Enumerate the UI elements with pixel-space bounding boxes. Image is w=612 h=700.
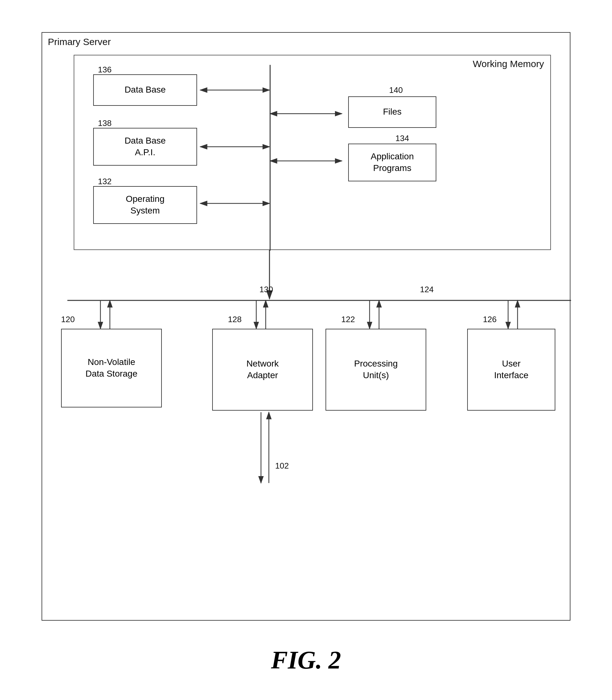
network-adapter-box: Network Adapter bbox=[212, 329, 313, 411]
files-label: Files bbox=[383, 106, 401, 118]
working-memory-label: Working Memory bbox=[473, 58, 544, 69]
db-api-label: Data Base A.P.I. bbox=[125, 135, 166, 158]
network-adapter-label: Network Adapter bbox=[247, 358, 279, 381]
ref-140: 140 bbox=[389, 85, 403, 95]
ref-138: 138 bbox=[98, 119, 111, 128]
db-api-box: Data Base A.P.I. bbox=[93, 128, 197, 166]
database-label: Data Base bbox=[125, 84, 166, 95]
ref-136: 136 bbox=[98, 65, 111, 74]
primary-server-label: Primary Server bbox=[48, 37, 111, 47]
operating-system-box: Operating System bbox=[93, 186, 197, 224]
ref-122: 122 bbox=[341, 315, 355, 324]
ref-124: 124 bbox=[420, 285, 433, 294]
user-interface-label: User Interface bbox=[494, 358, 529, 381]
ref-132: 132 bbox=[98, 177, 111, 187]
ref-130: 130 bbox=[260, 285, 273, 294]
ref-134: 134 bbox=[395, 134, 409, 143]
ref-126: 126 bbox=[483, 315, 497, 324]
page-container: Primary Server Working Memory bbox=[23, 19, 589, 681]
non-volatile-label: Non-Volatile Data Storage bbox=[86, 356, 138, 380]
user-interface-box: User Interface bbox=[467, 329, 555, 411]
database-box: Data Base bbox=[93, 74, 197, 106]
non-volatile-box: Non-Volatile Data Storage bbox=[61, 329, 162, 408]
ref-128: 128 bbox=[228, 315, 241, 324]
processing-unit-label: Processing Unit(s) bbox=[354, 358, 398, 381]
primary-server-box: Primary Server Working Memory bbox=[42, 32, 570, 621]
app-programs-label: Application Programs bbox=[371, 151, 414, 174]
processing-unit-box: Processing Unit(s) bbox=[325, 329, 426, 411]
files-box: Files bbox=[348, 96, 436, 128]
figure-label: FIG. 2 bbox=[271, 646, 341, 674]
ref-102: 102 bbox=[275, 461, 289, 471]
ref-120: 120 bbox=[61, 315, 74, 324]
working-memory-box: Working Memory bbox=[74, 55, 551, 250]
app-programs-box: Application Programs bbox=[348, 143, 436, 181]
operating-system-label: Operating System bbox=[126, 193, 165, 216]
